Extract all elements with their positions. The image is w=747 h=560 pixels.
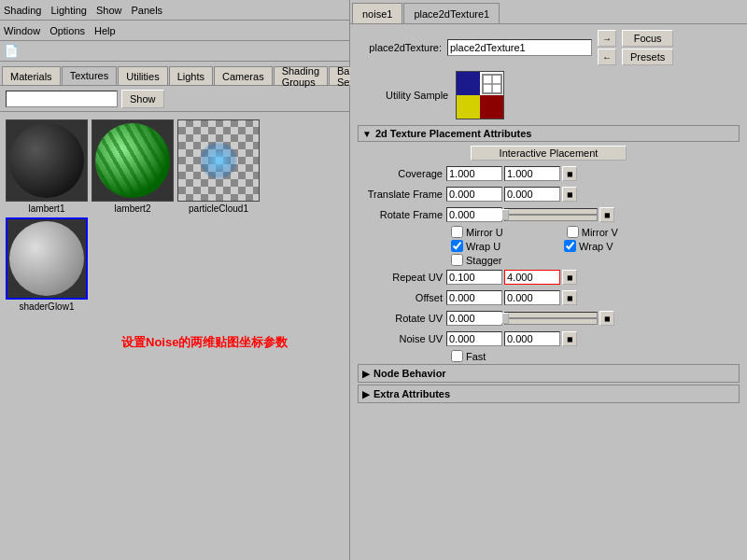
menu-panels[interactable]: Panels: [131, 5, 162, 16]
noise-uv-u-input[interactable]: [446, 331, 502, 346]
mirror-u-checkbox[interactable]: [451, 226, 463, 238]
top-menubar: Shading Lighting Show Panels: [0, 0, 349, 21]
rotate-uv-label: Rotate UV: [358, 313, 446, 324]
fast-label: Fast: [466, 351, 486, 362]
right-tabs: noise1 place2dTexture1: [350, 0, 747, 24]
attr-row-rotate-frame: Rotate Frame ◼: [358, 205, 740, 224]
utility-sample-icon: [481, 73, 503, 95]
wrap-v-checkbox[interactable]: [564, 240, 576, 252]
menu-options[interactable]: Options: [49, 25, 85, 36]
arrow-out-icon[interactable]: ←: [598, 49, 616, 65]
second-menubar: Window Options Help: [0, 21, 349, 41]
attr-row-offset: Offset ◼: [358, 288, 740, 307]
section-arrow-icon: ▼: [362, 129, 372, 139]
menu-show[interactable]: Show: [96, 5, 122, 16]
coverage-label: Coverage: [358, 168, 446, 179]
tab-noise1[interactable]: noise1: [352, 3, 402, 23]
noise-uv-v-input[interactable]: [504, 331, 560, 346]
repeat-uv-v-input[interactable]: [504, 270, 560, 285]
place2d-label: place2dTexture:: [358, 42, 442, 53]
wrap-u-label: Wrap U: [466, 241, 500, 252]
presets-button[interactable]: Presets: [622, 49, 673, 65]
place2d-input[interactable]: [447, 39, 592, 56]
noise-uv-label: Noise UV: [358, 333, 446, 344]
tab-lights[interactable]: Lights: [169, 66, 213, 85]
swatch-lambert2-label: lambert2: [115, 203, 151, 214]
menu-lighting[interactable]: Lighting: [50, 5, 87, 16]
arrow-in-icon[interactable]: →: [598, 30, 616, 47]
mirror-v-label: Mirror V: [582, 227, 618, 238]
noise-uv-map-btn[interactable]: ◼: [562, 331, 577, 346]
offset-label: Offset: [358, 292, 446, 303]
search-input[interactable]: [6, 91, 118, 107]
rotate-uv-slider[interactable]: [504, 312, 598, 325]
rotate-uv-input[interactable]: [446, 311, 502, 326]
fast-checkbox[interactable]: [451, 350, 463, 362]
menu-shading[interactable]: Shading: [4, 5, 41, 16]
annotation-text: 设置Noise的两维贴图坐标参数: [121, 334, 288, 351]
node-behavior-arrow-icon: ▶: [362, 369, 370, 379]
tab-place2dtexture1[interactable]: place2dTexture1: [403, 3, 500, 23]
rotate-frame-input[interactable]: [446, 207, 502, 222]
swatch-particlecloud1[interactable]: particleCloud1: [177, 119, 260, 214]
translate-frame-v-input[interactable]: [504, 187, 560, 202]
attr-row-translate-frame: Translate Frame ◼: [358, 185, 740, 203]
attr-row-coverage: Coverage ◼: [358, 164, 740, 183]
stagger-checkbox[interactable]: [451, 254, 463, 266]
coverage-map-btn[interactable]: ◼: [562, 166, 577, 181]
extra-attributes-arrow-icon: ▶: [362, 389, 370, 399]
place2d-row: place2dTexture: → ← Focus Presets: [358, 30, 740, 65]
coverage-u-input[interactable]: [446, 166, 502, 181]
focus-button[interactable]: Focus: [622, 30, 673, 47]
offset-v-input[interactable]: [504, 290, 560, 305]
offset-map-btn[interactable]: ◼: [562, 290, 577, 305]
interactive-placement-row: Interactive Placement: [358, 146, 740, 161]
attr-row-repeat-uv: Repeat UV ◼: [358, 268, 740, 287]
placement-section-header[interactable]: ▼ 2d Texture Placement Attributes: [358, 125, 740, 142]
rotate-uv-map-btn[interactable]: ◼: [599, 311, 614, 326]
section-title: 2d Texture Placement Attributes: [375, 128, 532, 139]
tab-textures[interactable]: Textures: [62, 66, 118, 85]
node-behavior-section[interactable]: ▶ Node Behavior: [358, 364, 740, 383]
repeat-uv-label: Repeat UV: [358, 272, 446, 283]
repeat-uv-u-input[interactable]: [446, 270, 502, 285]
wrap-u-item: Wrap U: [451, 240, 500, 252]
tabs-row: Materials Textures Utilities Lights Came…: [0, 62, 349, 86]
wrap-u-checkbox[interactable]: [451, 240, 463, 252]
swatch-lambert1-label: lambert1: [29, 203, 65, 214]
stagger-item: Stagger: [451, 254, 502, 266]
new-icon[interactable]: 📄: [4, 44, 19, 58]
menu-help[interactable]: Help: [94, 25, 116, 36]
swatch-lambert2[interactable]: lambert2: [92, 119, 174, 214]
stagger-row: Stagger: [451, 254, 740, 266]
rotate-frame-label: Rotate Frame: [358, 209, 446, 220]
mirror-v-item: Mirror V: [567, 226, 618, 238]
coverage-v-input[interactable]: [504, 166, 560, 181]
mirror-v-checkbox[interactable]: [567, 226, 579, 238]
attr-area: place2dTexture: → ← Focus Presets Utilit…: [350, 24, 747, 411]
extra-attributes-section[interactable]: ▶ Extra Attributes: [358, 385, 740, 403]
swatch-shaderglow1[interactable]: shaderGlow1: [6, 217, 88, 312]
tab-shading-groups[interactable]: Shading Groups: [274, 66, 328, 85]
tab-utilities[interactable]: Utilities: [118, 66, 167, 85]
swatch-shaderglow1-label: shaderGlow1: [20, 301, 75, 312]
wrap-row: Wrap U Wrap V: [451, 240, 740, 252]
tab-cameras[interactable]: Cameras: [214, 66, 273, 85]
translate-frame-u-input[interactable]: [446, 187, 502, 202]
rotate-frame-slider[interactable]: [504, 208, 598, 221]
tab-materials[interactable]: Materials: [2, 66, 61, 85]
utility-sample-label: Utility Sample: [386, 90, 448, 101]
extra-attributes-label: Extra Attributes: [374, 388, 450, 399]
swatch-lambert1[interactable]: lambert1: [6, 119, 88, 214]
offset-u-input[interactable]: [446, 290, 502, 305]
swatch-particlecloud1-label: particleCloud1: [189, 203, 248, 214]
rotate-frame-map-btn[interactable]: ◼: [599, 207, 614, 222]
repeat-uv-map-btn[interactable]: ◼: [562, 270, 577, 285]
translate-frame-map-btn[interactable]: ◼: [562, 187, 577, 202]
swatch-area: lambert1 lambert2 particleCloud1: [0, 112, 349, 319]
toolbar-row: Show: [0, 86, 349, 112]
menu-window[interactable]: Window: [4, 25, 40, 36]
interactive-placement-button[interactable]: Interactive Placement: [471, 146, 627, 161]
wrap-v-item: Wrap V: [564, 240, 613, 252]
show-button[interactable]: Show: [121, 90, 164, 108]
